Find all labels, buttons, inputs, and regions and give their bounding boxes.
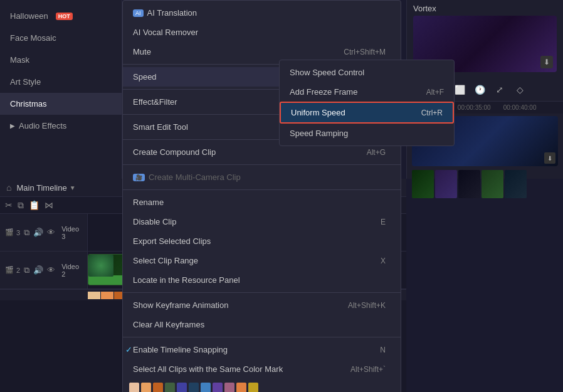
small-clip-green xyxy=(412,170,434,198)
sidebar-item-mask[interactable]: Mask xyxy=(0,49,122,71)
paste-icon[interactable]: 📋 xyxy=(29,200,39,210)
menu-item-export-selected[interactable]: Export Selected Clips xyxy=(123,231,401,251)
context-menu: AI AI Translation AI Vocal Remover Mute … xyxy=(122,0,401,392)
color-swatch[interactable] xyxy=(177,383,187,392)
color-swatches xyxy=(123,379,401,392)
submenu-show-speed-control[interactable]: Show Speed Control xyxy=(280,63,454,82)
select-clip-range-label: Select Clip Range xyxy=(133,256,198,265)
separator-7 xyxy=(123,292,401,293)
submenu-speed-ramping[interactable]: Speed Ramping xyxy=(280,124,454,143)
show-speed-control-label: Show Speed Control xyxy=(290,68,364,77)
locate-resource-label: Locate in the Resource Panel xyxy=(133,275,240,285)
show-keyframe-label: Show Keyframe Animation xyxy=(133,300,228,310)
show-keyframe-shortcut: Alt+Shift+K xyxy=(348,301,386,310)
speed-submenu: Show Speed Control Add Freeze Frame Alt+… xyxy=(279,60,455,146)
small-clip-green2 xyxy=(481,170,503,198)
select-color-mark-label: Select All Clips with the Same Color Mar… xyxy=(133,364,283,374)
track-audio-icon[interactable]: 🔊 xyxy=(33,228,43,237)
vortex-label: Vortex xyxy=(413,4,436,13)
track-link-icon[interactable]: ⧉ xyxy=(24,228,29,238)
menu-item-rename[interactable]: Rename xyxy=(123,193,401,212)
small-clip-dark2 xyxy=(505,170,527,198)
track-eye-icon[interactable]: 👁 xyxy=(47,228,55,237)
color-swatch[interactable] xyxy=(153,383,163,392)
track-num-2: 2 xyxy=(16,267,20,274)
mask-label: Mask xyxy=(10,55,29,65)
clock-icon[interactable]: 🕐 xyxy=(472,82,487,97)
color-swatch[interactable] xyxy=(213,383,223,392)
create-compound-shortcut: Alt+G xyxy=(367,148,386,157)
copy-icon[interactable]: ⧉ xyxy=(18,200,24,211)
menu-item-clear-keyframes[interactable]: Clear All Keyframes xyxy=(123,315,401,334)
track-number-video3: 🎬 3 xyxy=(5,228,20,236)
ai-vocal-remover-label: AI Vocal Remover xyxy=(133,28,198,37)
cm1 xyxy=(88,292,100,299)
menu-item-select-clip-range[interactable]: Select Clip Range X xyxy=(123,251,401,270)
home-icon[interactable]: ⌂ xyxy=(6,183,11,193)
color-swatch[interactable] xyxy=(189,383,199,392)
track-number-video2: 🎬 2 xyxy=(5,266,20,274)
uniform-speed-label: Uniform Speed xyxy=(291,108,345,117)
color-swatch[interactable] xyxy=(201,383,211,392)
submenu-add-freeze-frame[interactable]: Add Freeze Frame Alt+F xyxy=(280,82,454,102)
clip-download-icon[interactable]: ⬇ xyxy=(544,152,555,164)
menu-item-select-color-mark[interactable]: Select All Clips with the Same Color Mar… xyxy=(123,359,401,379)
menu-item-show-keyframe[interactable]: Show Keyframe Animation Alt+Shift+K xyxy=(123,295,401,315)
sidebar-item-christmas[interactable]: Christmas xyxy=(0,93,122,115)
enable-snapping-label: Enable Timeline Snapping xyxy=(133,345,228,354)
sidebar-item-audio-effects[interactable]: ▶ Audio Effects xyxy=(0,115,122,137)
sidebar-item-halloween[interactable]: Halloween HOT xyxy=(0,5,122,27)
color-swatch[interactable] xyxy=(141,383,151,392)
submenu-uniform-speed[interactable]: Uniform Speed Ctrl+R xyxy=(280,102,454,124)
menu-item-ai-translation[interactable]: AI AI Translation xyxy=(123,3,401,23)
separator-6 xyxy=(123,189,401,190)
track-controls-video2: 🎬 2 ⧉ 🔊 👁 Video 2 xyxy=(0,252,88,289)
color-swatch[interactable] xyxy=(248,383,258,392)
video3-num: 🎬 xyxy=(5,228,14,236)
menu-item-ai-vocal-remover[interactable]: AI Vocal Remover xyxy=(123,23,401,42)
sidebar-item-art-style[interactable]: Art Style xyxy=(0,71,122,93)
cut-icon[interactable]: ✂ xyxy=(5,200,13,210)
track-controls-video3: 🎬 3 ⧉ 🔊 👁 Video 3 xyxy=(0,214,88,251)
halloween-label: Halloween xyxy=(10,11,48,21)
magnet-icon[interactable]: ⋈ xyxy=(45,200,53,210)
video3-label: Video 3 xyxy=(61,225,82,240)
menu-item-mute[interactable]: Mute Ctrl+Shift+M xyxy=(123,42,401,61)
color-swatch[interactable] xyxy=(129,383,139,392)
track2-eye-icon[interactable]: 👁 xyxy=(47,265,55,275)
main-timeline-dropdown[interactable]: Main Timeline ▼ xyxy=(16,183,75,193)
menu-item-disable-clip[interactable]: Disable Clip E xyxy=(123,212,401,231)
more-icon[interactable]: ◇ xyxy=(512,82,527,97)
track2-link-icon[interactable]: ⧉ xyxy=(24,265,29,275)
clip-thumbnail xyxy=(88,255,113,277)
menu-item-locate-resource[interactable]: Locate in the Resource Panel xyxy=(123,270,401,290)
speed-ramping-label: Speed Ramping xyxy=(290,129,348,138)
mute-label: Mute xyxy=(133,47,151,56)
track-num-3: 3 xyxy=(16,229,20,236)
audio-effects-label: Audio Effects xyxy=(19,121,66,130)
track2-audio-icon[interactable]: 🔊 xyxy=(33,265,43,275)
color-swatch[interactable] xyxy=(165,383,175,392)
create-multicam-label: Create Multi-Camera Clip xyxy=(149,172,241,182)
video2-label: Video 2 xyxy=(61,263,82,278)
export-selected-label: Export Selected Clips xyxy=(133,236,211,246)
sidebar-item-face-mosaic[interactable]: Face Mosaic xyxy=(0,27,122,49)
separator-8 xyxy=(123,337,401,337)
add-freeze-frame-shortcut: Alt+F xyxy=(426,88,444,97)
speed-label: Speed xyxy=(133,72,157,82)
add-freeze-frame-label: Add Freeze Frame xyxy=(290,87,357,97)
timestamp-40: 00:00:40:00 xyxy=(503,104,537,111)
expand-icon[interactable]: ⤢ xyxy=(492,82,507,97)
color-swatch[interactable] xyxy=(224,383,234,392)
mute-shortcut: Ctrl+Shift+M xyxy=(344,48,386,56)
enable-snapping-shortcut: N xyxy=(380,346,386,354)
small-clip-dark xyxy=(458,170,480,198)
hot-badge: HOT xyxy=(56,13,73,20)
download-icon[interactable]: ⬇ xyxy=(540,56,553,68)
clear-keyframes-label: Clear All Keyframes xyxy=(133,320,204,329)
timeline-dropdown-arrow: ▼ xyxy=(70,184,76,191)
disable-clip-shortcut: E xyxy=(381,218,386,226)
menu-item-enable-snapping[interactable]: Enable Timeline Snapping N xyxy=(123,340,401,359)
face-mosaic-label: Face Mosaic xyxy=(10,33,56,43)
color-swatch[interactable] xyxy=(236,383,246,392)
